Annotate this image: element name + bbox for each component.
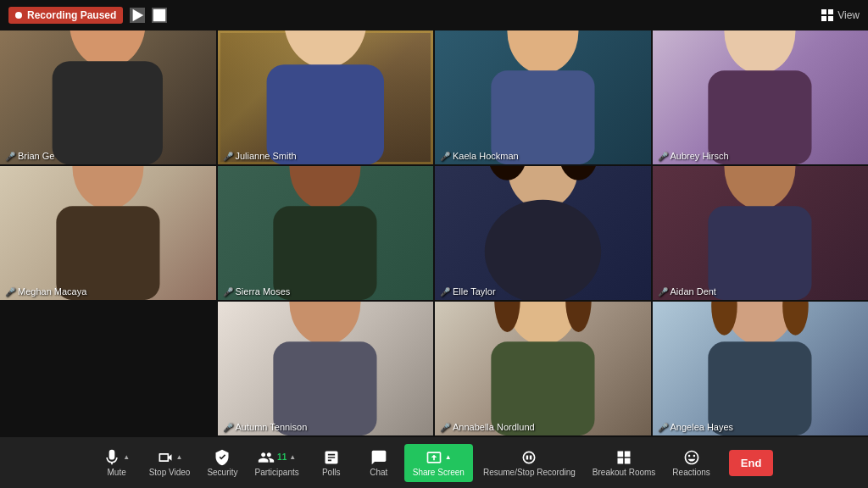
participant-name-kaela-hockman: 🎤 Kaela Hockman xyxy=(440,151,519,161)
security-label: Security xyxy=(207,468,237,477)
participant-name-annabella-nordlund: 🎤 Annabella Nordlund xyxy=(440,422,535,432)
end-label: End xyxy=(741,457,762,469)
security-icon xyxy=(214,449,231,466)
resume-recording-label: Resume/Stop Recording xyxy=(483,468,576,477)
svg-rect-4 xyxy=(821,16,826,21)
svg-point-8 xyxy=(284,30,367,68)
participant-cell-aubrey-hirsch: 🎤 Aubrey Hirsch xyxy=(653,30,869,164)
microphone-icon xyxy=(103,449,120,466)
polls-button[interactable]: Polls xyxy=(309,446,353,480)
stop-video-label: Stop Video xyxy=(149,468,191,477)
participant-name-meghan-macaya: 🎤 Meghan Macaya xyxy=(5,286,86,297)
recording-play-button[interactable] xyxy=(130,8,145,23)
participant-cell-meghan-macaya: 🎤 Meghan Macaya xyxy=(0,166,216,300)
top-bar: Recording Paused View xyxy=(0,0,868,30)
participants-label: Participants xyxy=(255,468,299,477)
recording-controls[interactable] xyxy=(130,8,167,23)
reactions-label: Reactions xyxy=(672,468,709,477)
svg-point-12 xyxy=(725,30,796,74)
participants-count: 11 xyxy=(277,452,287,462)
participant-cell-brian-ge: 🎤 Brian Ge xyxy=(0,30,216,164)
participant-cell-elle-taylor: 🎤 Elle Taylor xyxy=(435,166,651,300)
svg-rect-1 xyxy=(153,9,165,21)
participant-name-sierra-moses: 🎤 Sierra Moses xyxy=(223,286,291,297)
toolbar: ▲ Mute ▲ Stop Video Security 11 ▲ xyxy=(0,437,868,488)
recording-label: Recording Paused xyxy=(27,9,116,21)
participant-cell-annabella-nordlund: 🎤 Annabella Nordlund xyxy=(435,302,651,435)
participant-cell-julianne-smith: 🎤 Julianne Smith xyxy=(218,30,434,164)
participants-button[interactable]: 11 ▲ Participants xyxy=(248,446,306,480)
svg-point-41 xyxy=(524,452,535,463)
svg-rect-7 xyxy=(53,61,163,164)
empty-cell-1 xyxy=(0,302,216,435)
svg-rect-5 xyxy=(828,16,833,21)
svg-rect-3 xyxy=(828,9,833,14)
share-screen-icon xyxy=(426,449,442,466)
participant-cell-kaela-hockman: 🎤 Kaela Hockman xyxy=(435,30,651,164)
svg-point-16 xyxy=(290,166,361,209)
chat-icon xyxy=(370,449,387,466)
end-button[interactable]: End xyxy=(729,450,774,476)
participant-name-aidan-dent: 🎤 Aidan Dent xyxy=(658,286,716,297)
svg-rect-2 xyxy=(821,9,826,14)
share-screen-button[interactable]: ▲ Share Screen xyxy=(404,444,473,482)
participant-name-brian-ge: 🎤 Brian Ge xyxy=(5,151,54,161)
svg-point-19 xyxy=(485,200,601,300)
svg-marker-0 xyxy=(133,9,144,21)
participant-name-aubrey-hirsch: 🎤 Aubrey Hirsch xyxy=(658,151,729,161)
participant-cell-angelea-hayes: 🎤 Angelea Hayes xyxy=(653,302,869,435)
svg-point-23 xyxy=(725,166,796,209)
chat-button[interactable]: Chat xyxy=(357,446,401,480)
participant-name-angelea-hayes: 🎤 Angelea Hayes xyxy=(658,422,734,432)
breakout-rooms-button[interactable]: Breakout Rooms xyxy=(586,446,662,480)
video-grid: 🎤 Brian Ge 🎤 Julianne Smith 🎤 xyxy=(0,30,868,437)
stop-video-button[interactable]: ▲ Stop Video xyxy=(142,446,198,480)
view-button[interactable]: View xyxy=(821,8,860,22)
polls-label: Polls xyxy=(322,468,341,477)
participant-name-elle-taylor: 🎤 Elle Taylor xyxy=(440,286,496,297)
svg-rect-42 xyxy=(526,455,529,459)
svg-rect-24 xyxy=(709,206,812,300)
share-screen-label: Share Screen xyxy=(413,468,465,477)
participant-cell-aidan-dent: 🎤 Aidan Dent xyxy=(653,166,869,300)
reactions-icon xyxy=(683,449,700,466)
recording-dot xyxy=(15,12,22,19)
breakout-rooms-icon xyxy=(615,449,632,466)
svg-point-14 xyxy=(72,166,143,209)
resume-recording-button[interactable]: Resume/Stop Recording xyxy=(476,446,582,480)
participant-cell-autumn-tennison: 🎤 Autumn Tennison xyxy=(218,302,434,435)
svg-point-25 xyxy=(290,302,361,345)
mute-label: Mute xyxy=(108,468,126,477)
security-button[interactable]: Security xyxy=(200,446,244,480)
participant-cell-sierra-moses: 🎤 Sierra Moses xyxy=(218,166,434,300)
svg-rect-9 xyxy=(267,64,384,164)
mute-button[interactable]: ▲ Mute xyxy=(95,446,139,480)
reactions-button[interactable]: Reactions xyxy=(665,446,716,480)
view-label: View xyxy=(837,9,860,21)
video-icon xyxy=(157,449,174,466)
recording-icon xyxy=(520,449,537,466)
participant-name-julianne-smith: 🎤 Julianne Smith xyxy=(223,151,297,161)
breakout-rooms-label: Breakout Rooms xyxy=(593,468,655,477)
chat-label: Chat xyxy=(370,468,387,477)
participants-icon xyxy=(258,449,275,466)
recording-badge: Recording Paused xyxy=(8,7,123,24)
recording-stop-button[interactable] xyxy=(152,8,167,23)
polls-icon xyxy=(323,449,340,466)
svg-rect-43 xyxy=(530,455,532,459)
svg-point-10 xyxy=(507,30,578,74)
participant-name-autumn-tennison: 🎤 Autumn Tennison xyxy=(223,422,308,432)
